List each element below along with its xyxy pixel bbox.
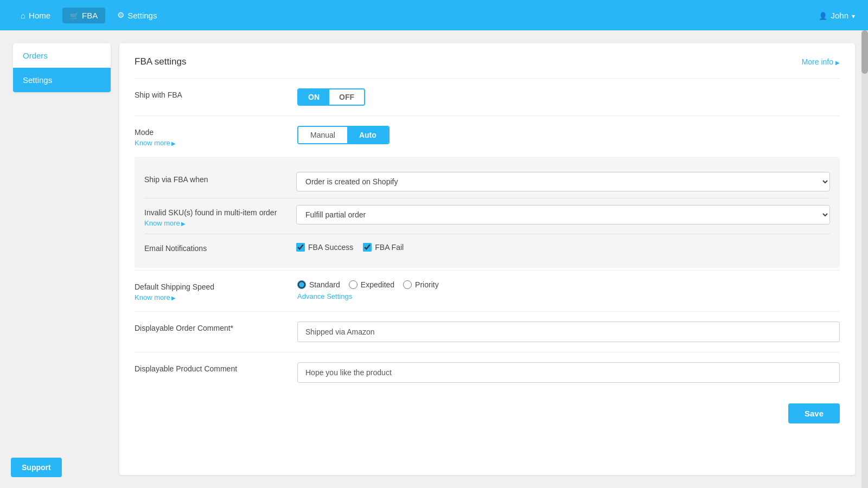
support-button[interactable]: Support [11,458,62,477]
shipping-speed-know-more[interactable]: Know more [135,293,297,301]
user-dropdown-icon [852,11,855,20]
page-body: Orders Settings FBA settings More info S… [0,30,868,488]
mode-row: Mode Know more Manual Auto [135,115,840,157]
speed-standard-radio[interactable] [297,280,306,289]
ship-with-fba-control: ON OFF [297,88,840,106]
sidebar-item-orders[interactable]: Orders [13,43,111,68]
cart-icon [70,11,79,20]
ship-when-control: Order is created on Shopify Order is ful… [296,172,830,191]
order-comment-row: Displayable Order Comment* [135,311,840,352]
speed-priority-item[interactable]: Priority [403,280,439,289]
fba-fail-checkbox[interactable] [363,243,372,252]
invalid-sku-select[interactable]: Fulfill partial order Cancel order Do no… [296,205,830,224]
invalid-sku-label: Invalid SKU(s) found in multi-item order… [144,205,296,227]
product-comment-control [297,362,840,383]
ship-when-select[interactable]: Order is created on Shopify Order is ful… [296,172,830,191]
email-notifications-control: FBA Success FBA Fail [296,241,830,252]
mode-toggle: Manual Auto [297,126,390,144]
save-button[interactable]: Save [788,403,840,423]
shipping-speed-label: Default Shipping Speed Know more [135,280,297,301]
ship-with-fba-label: Ship with FBA [135,88,297,99]
scrollbar[interactable] [861,30,868,488]
email-notifications-row: Email Notifications FBA Success FBA Fail [144,234,830,259]
invalid-sku-know-more-icon [181,219,186,227]
speed-expedited-radio[interactable] [349,280,358,289]
email-notifications-label: Email Notifications [144,241,296,253]
fba-success-checkbox[interactable] [296,243,305,252]
order-comment-control [297,322,840,342]
nav-left: Home FBA Settings [13,7,164,23]
scrollbar-thumb[interactable] [861,30,868,74]
product-comment-input[interactable] [297,362,840,383]
fba-fail-checkbox-item[interactable]: FBA Fail [363,243,404,252]
ship-fba-toggle: ON OFF [297,88,365,106]
settings-icon [117,10,124,20]
main-content: FBA settings More info Ship with FBA ON … [119,43,855,475]
user-icon [819,11,827,20]
nav-settings-label: Settings [127,11,157,20]
invalid-sku-control: Fulfill partial order Cancel order Do no… [296,205,830,224]
nav-fba[interactable]: FBA [62,8,105,23]
ship-when-row: Ship via FBA when Order is created on Sh… [144,165,830,198]
order-comment-label: Displayable Order Comment* [135,322,297,332]
email-checkbox-group: FBA Success FBA Fail [296,241,830,252]
nav-user[interactable]: John [819,11,855,20]
ship-when-label: Ship via FBA when [144,172,296,184]
home-icon [21,11,25,20]
advance-settings-link[interactable]: Advance Settings [297,292,840,300]
more-info-icon [835,57,840,66]
speed-expedited-item[interactable]: Expedited [349,280,394,289]
nav-user-label: John [831,11,848,20]
speed-priority-radio[interactable] [403,280,412,289]
invalid-sku-know-more[interactable]: Know more [144,219,296,227]
fba-success-checkbox-item[interactable]: FBA Success [296,243,353,252]
navbar: Home FBA Settings John [0,0,868,30]
shipping-speed-row: Default Shipping Speed Know more Standar… [135,270,840,311]
product-comment-label: Displayable Product Comment [135,362,297,373]
product-comment-row: Displayable Product Comment [135,352,840,393]
mode-manual-button[interactable]: Manual [298,127,347,143]
mode-control: Manual Auto [297,126,840,144]
card-header: FBA settings More info [135,56,840,67]
toggle-on-button[interactable]: ON [298,89,329,105]
more-info-link[interactable]: More info [802,57,840,66]
ship-with-fba-row: Ship with FBA ON OFF [135,78,840,115]
shipping-speed-radio-group: Standard Expedited Priority [297,280,840,289]
shipping-speed-control: Standard Expedited Priority Advance Sett… [297,280,840,300]
order-comment-input[interactable] [297,322,840,342]
invalid-sku-row: Invalid SKU(s) found in multi-item order… [144,198,830,234]
mode-know-more[interactable]: Know more [135,139,297,147]
nav-settings[interactable]: Settings [110,7,164,23]
shipping-speed-know-more-icon [171,293,176,301]
mode-label: Mode Know more [135,126,297,147]
speed-standard-item[interactable]: Standard [297,280,340,289]
card-title: FBA settings [135,56,186,67]
mode-auto-button[interactable]: Auto [347,127,388,143]
nav-home[interactable]: Home [13,8,58,23]
toggle-off-button[interactable]: OFF [329,89,364,105]
auto-section: Ship via FBA when Order is created on Sh… [135,157,840,268]
save-section: Save [135,393,840,423]
nav-home-label: Home [29,11,50,20]
mode-know-more-icon [171,139,176,147]
sidebar: Orders Settings [13,43,111,92]
sidebar-item-settings[interactable]: Settings [13,68,111,92]
nav-fba-label: FBA [82,11,98,20]
